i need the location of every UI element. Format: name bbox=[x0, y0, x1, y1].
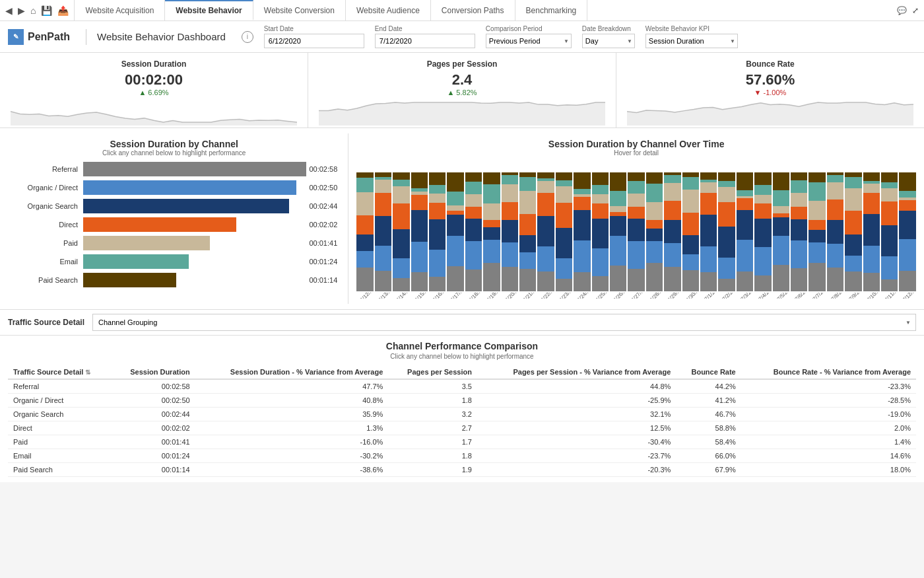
stacked-bar-0[interactable] bbox=[356, 172, 373, 291]
stacked-bar-20[interactable] bbox=[718, 172, 735, 291]
stacked-segment-7-0 bbox=[483, 263, 500, 291]
stacked-segment-5-6 bbox=[447, 172, 463, 192]
kpi-section: Session Duration 00:02:00 ▲ 6.69% Pages … bbox=[0, 53, 924, 128]
filter-icon[interactable]: ⇅ bbox=[85, 369, 90, 376]
stacked-bar-25[interactable] bbox=[808, 172, 825, 291]
stacked-segment-27-6 bbox=[845, 172, 861, 177]
stacked-segment-3-6 bbox=[411, 172, 428, 188]
stacked-segment-13-3 bbox=[592, 203, 609, 219]
x-label-30: 7/12/20 bbox=[902, 293, 916, 299]
stacked-bar-18[interactable] bbox=[682, 172, 699, 291]
bar-row-0[interactable]: Referral 00:02:58 bbox=[11, 162, 337, 176]
stacked-bar-10[interactable] bbox=[537, 172, 554, 291]
bar-row-5[interactable]: Email 00:01:24 bbox=[11, 254, 337, 269]
col-header-0[interactable]: Traffic Source Detail ⇅ bbox=[8, 365, 112, 379]
stacked-bar-1[interactable] bbox=[375, 172, 391, 291]
stacked-bar-19[interactable] bbox=[700, 172, 717, 291]
table-row-6[interactable]: Paid Search00:01:14-38.6%1.9-20.3%67.9%1… bbox=[8, 463, 916, 477]
stacked-bar-15[interactable] bbox=[628, 172, 644, 291]
stacked-bar-11[interactable] bbox=[556, 172, 572, 291]
kpi-card-2: Bounce Rate 57.60% ▼ -1.00% bbox=[616, 53, 924, 127]
cell-0-3: 3.5 bbox=[388, 379, 477, 394]
x-label-8: 6/20/20 bbox=[504, 293, 519, 299]
table-row-4[interactable]: Paid00:01:41-16.0%1.7-30.4%58.4%1.4% bbox=[8, 435, 916, 449]
bar-row-4[interactable]: Paid 00:01:41 bbox=[11, 236, 337, 250]
nav-tab-website-audience[interactable]: Website Audience bbox=[346, 0, 431, 20]
table-row-5[interactable]: Email00:01:24-30.2%1.8-23.7%66.0%14.6% bbox=[8, 449, 916, 463]
home-button[interactable]: ⌂ bbox=[30, 5, 36, 16]
share-button[interactable]: 📤 bbox=[57, 5, 69, 16]
save-button[interactable]: 💾 bbox=[41, 5, 52, 16]
start-date-input[interactable] bbox=[264, 34, 364, 48]
stacked-bar-27[interactable] bbox=[845, 172, 861, 291]
bar-value-0: 00:02:58 bbox=[309, 165, 337, 173]
traffic-select[interactable]: Channel Grouping bbox=[92, 314, 916, 331]
col-header-3: Pages per Session bbox=[388, 365, 477, 379]
stacked-bar-16[interactable] bbox=[646, 172, 663, 291]
table-row-0[interactable]: Referral00:02:5847.7%3.544.8%44.2%-23.3% bbox=[8, 379, 916, 394]
stacked-segment-18-3 bbox=[682, 213, 699, 235]
info-icon[interactable]: i bbox=[242, 31, 253, 43]
forward-button[interactable]: ▶ bbox=[18, 5, 25, 16]
end-date-input[interactable] bbox=[375, 34, 475, 48]
expand-icon[interactable]: ⤢ bbox=[912, 6, 919, 15]
bar-row-6[interactable]: Paid Search 00:01:14 bbox=[11, 273, 337, 287]
stacked-bar-3[interactable] bbox=[411, 172, 428, 291]
nav-tab-website-conversion[interactable]: Website Conversion bbox=[253, 0, 346, 20]
stacked-bar-17[interactable] bbox=[664, 172, 680, 291]
stacked-segment-26-1 bbox=[827, 244, 843, 268]
bar-row-2[interactable]: Organic Search 00:02:44 bbox=[11, 199, 337, 213]
nav-tab-benchmarking[interactable]: Benchmarking bbox=[515, 0, 588, 20]
stacked-segment-3-3 bbox=[411, 195, 428, 209]
x-label-18: 6/30/20 bbox=[684, 293, 700, 299]
back-button[interactable]: ◀ bbox=[5, 5, 13, 16]
comparison-select[interactable]: Previous Period bbox=[486, 34, 572, 48]
table-subtitle: Click any channel below to highlight per… bbox=[8, 353, 916, 360]
stacked-segment-8-0 bbox=[502, 267, 518, 291]
table-row-1[interactable]: Organic / Direct00:02:5040.8%1.8-25.9%41… bbox=[8, 394, 916, 408]
stacked-bar-6[interactable] bbox=[465, 172, 482, 291]
stacked-bar-4[interactable] bbox=[429, 172, 446, 291]
stacked-bar-5[interactable] bbox=[447, 172, 463, 291]
nav-tab-conversion-paths[interactable]: Conversion Paths bbox=[431, 0, 515, 20]
stacked-bar-22[interactable] bbox=[754, 172, 771, 291]
kpi-select[interactable]: Session Duration bbox=[645, 34, 738, 48]
bar-chart-rows: Referral 00:02:58 Organic / Direct 00:02… bbox=[11, 162, 337, 287]
stacked-bar-21[interactable] bbox=[737, 172, 753, 291]
stacked-segment-23-4 bbox=[773, 206, 789, 213]
x-label-15: 6/27/20 bbox=[630, 293, 646, 299]
table-row-3[interactable]: Direct00:02:021.3%2.712.5%58.8%2.0% bbox=[8, 421, 916, 435]
stacked-segment-5-1 bbox=[447, 236, 463, 266]
table-row-2[interactable]: Organic Search00:02:4435.9%3.232.1%46.7%… bbox=[8, 408, 916, 421]
logo-icon: ✎ bbox=[8, 29, 24, 45]
bar-row-1[interactable]: Organic / Direct 00:02:50 bbox=[11, 180, 337, 195]
date-breakdown-select[interactable]: Day bbox=[582, 34, 635, 48]
stacked-segment-6-4 bbox=[465, 194, 482, 207]
bar-row-3[interactable]: Direct 00:02:02 bbox=[11, 217, 337, 232]
stacked-bar-13[interactable] bbox=[592, 172, 609, 291]
bar-fill-1 bbox=[83, 180, 296, 195]
stacked-bar-2[interactable] bbox=[393, 172, 409, 291]
stacked-segment-11-5 bbox=[556, 180, 572, 186]
stacked-segment-20-0 bbox=[718, 279, 735, 291]
stacked-bar-14[interactable] bbox=[610, 172, 626, 291]
nav-tab-website-behavior[interactable]: Website Behavior bbox=[165, 0, 253, 20]
stacked-bar-8[interactable] bbox=[502, 172, 518, 291]
chat-icon[interactable]: 💬 bbox=[897, 6, 907, 15]
kpi-title-1: Pages per Session bbox=[319, 59, 605, 69]
stacked-segment-2-0 bbox=[393, 278, 409, 291]
stacked-bar-9[interactable] bbox=[519, 172, 536, 291]
stacked-bar-28[interactable] bbox=[863, 172, 880, 291]
cell-1-0: Organic / Direct bbox=[8, 394, 112, 408]
stacked-bar-7[interactable] bbox=[483, 172, 500, 291]
stacked-bar-30[interactable] bbox=[899, 172, 915, 291]
stacked-segment-20-4 bbox=[718, 187, 735, 201]
stacked-bar-12[interactable] bbox=[574, 172, 590, 291]
stacked-bar-29[interactable] bbox=[881, 172, 898, 291]
stacked-segment-30-1 bbox=[899, 239, 915, 271]
stacked-bar-24[interactable] bbox=[791, 172, 807, 291]
stacked-segment-13-4 bbox=[592, 194, 609, 203]
nav-tab-website-acquisition[interactable]: Website Acquisition bbox=[75, 0, 165, 20]
stacked-bar-26[interactable] bbox=[827, 172, 843, 291]
stacked-bar-23[interactable] bbox=[773, 172, 789, 291]
